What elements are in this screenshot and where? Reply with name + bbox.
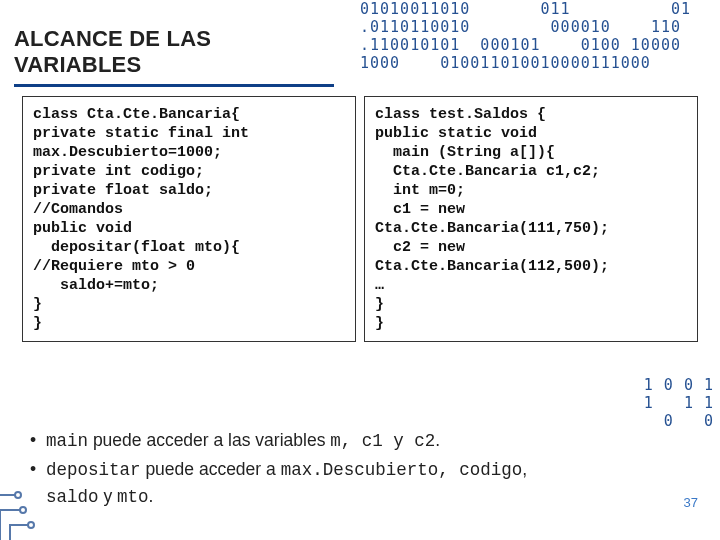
code-row: class Cta.Cte.Bancaria{ private static f… (22, 96, 698, 342)
bullet-dot-icon: • (30, 427, 46, 454)
bullet-1-text: main puede acceder a las variables m, c1… (46, 427, 440, 454)
code-box-right: class test.Saldos { public static void m… (364, 96, 698, 342)
bullet-1: • main puede acceder a las variables m, … (30, 427, 690, 454)
bullet-2-y: y (99, 486, 117, 506)
bullet-2: • depositar puede acceder a max.Descubie… (30, 456, 690, 510)
code-mto: mto (117, 487, 149, 507)
code-vars-1: m, c1 y c2 (330, 431, 435, 451)
bullet-2-comma: , (522, 459, 527, 479)
bullet-list: • main puede acceder a las variables m, … (30, 427, 690, 512)
svg-point-0 (20, 507, 26, 513)
code-box-left: class Cta.Cte.Bancaria{ private static f… (22, 96, 356, 342)
bullet-dot-icon: • (30, 456, 46, 510)
bullet-2-post: . (149, 486, 154, 506)
code-depositar: depositar (46, 460, 141, 480)
code-left: class Cta.Cte.Bancaria{ private static f… (33, 105, 345, 333)
title-block: ALCANCE DE LAS VARIABLES (14, 26, 334, 87)
background-binary-bottom: 1 0 0 1 1 1 1 0 0 (644, 376, 714, 430)
bullet-2-mid: puede acceder a (141, 459, 281, 479)
page-number: 37 (684, 495, 698, 510)
svg-point-1 (28, 522, 34, 528)
code-saldo: saldo (46, 487, 99, 507)
code-right: class test.Saldos { public static void m… (375, 105, 687, 333)
bullet-2-text: depositar puede acceder a max.Descubiert… (46, 456, 527, 510)
background-binary-top: 01010011010 011 01 .0110110010 000010 11… (360, 0, 720, 72)
code-vars-2a: max.Descubierto, codigo (281, 460, 523, 480)
bullet-1-mid: puede acceder a las variables (88, 430, 330, 450)
bullet-1-post: . (435, 430, 440, 450)
title-underline (14, 84, 334, 87)
slide-title: ALCANCE DE LAS VARIABLES (14, 26, 334, 78)
svg-point-2 (15, 492, 21, 498)
code-main: main (46, 431, 88, 451)
slide: 01010011010 011 01 .0110110010 000010 11… (0, 0, 720, 540)
